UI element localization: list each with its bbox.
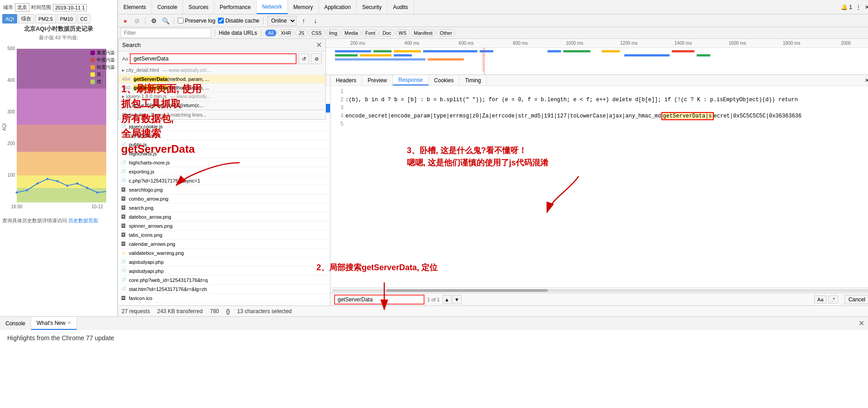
svg-rect-28	[335, 50, 371, 52]
filter-toolbar: Hide data URLs All XHR JS CSS Img Media …	[118, 27, 868, 39]
filter-xhr[interactable]: XHR	[278, 29, 294, 37]
resp-tab-cookies[interactable]: Cookies	[429, 75, 459, 85]
filter-font[interactable]: Font	[362, 29, 378, 37]
file-name-13: search.png	[129, 205, 328, 211]
bottom-link-anchor[interactable]: 历史数据页面	[68, 218, 98, 223]
search-clear-button[interactable]: ⊘	[311, 53, 322, 64]
file-combo[interactable]: 🖼 combo_arrow.png	[118, 194, 330, 203]
search-text-input[interactable]	[130, 53, 297, 64]
file-cookie[interactable]: 📄 jquery.cookie.js	[118, 122, 330, 131]
file-exporting[interactable]: 📄 exporting.js	[118, 167, 330, 176]
filter-icon[interactable]: ⚙	[149, 16, 158, 25]
bottom-whatsnew-close[interactable]: ✕	[67, 320, 71, 325]
tab-cc[interactable]: CC	[77, 14, 91, 23]
download-icon[interactable]: ↓	[311, 16, 320, 25]
tab-security[interactable]: Security	[357, 0, 387, 14]
disable-cache-input[interactable]	[218, 18, 224, 23]
file-aqistudy2[interactable]: 📄 aqistudyapi.php	[118, 267, 330, 276]
file-highcharts[interactable]: 📄 highcharts.js	[118, 149, 330, 158]
tab-sources[interactable]: Sources	[183, 0, 214, 14]
search-result-2a[interactable]: 4 ...ack.e.d){e=function(c){return(c...	[118, 101, 326, 110]
more-icon[interactable]: ⋮	[856, 4, 861, 10]
tab-console[interactable]: Console	[152, 0, 183, 14]
file-tabs[interactable]: 🖼 tabs_icons.png	[118, 230, 330, 239]
preserve-log-checkbox[interactable]: Preserve log	[178, 18, 215, 24]
file-datebox[interactable]: 🖼 datebox_arrow.png	[118, 212, 330, 221]
match-case-btn[interactable]: Aa	[814, 295, 826, 304]
search-result-1a[interactable]: 494 getServerData(method, param, ...	[118, 75, 326, 84]
resp-tab-timing[interactable]: Timing	[459, 75, 487, 85]
search-result-1b[interactable]: 560 getServerData(method, param, ...	[118, 84, 326, 92]
disable-cache-checkbox[interactable]: Disable cache	[218, 18, 259, 24]
svg-point-25	[96, 192, 99, 194]
resp-tab-preview[interactable]: Preview	[362, 75, 393, 85]
resp-tab-headers[interactable]: Headers	[330, 75, 362, 85]
file-favicon[interactable]: 🖼 favicon.ico	[118, 294, 330, 303]
tab-elements[interactable]: Elements	[118, 0, 152, 14]
response-close-btn[interactable]: ✕	[861, 75, 868, 85]
search-cancel-btn[interactable]: Cancel	[844, 295, 868, 304]
search-refresh-button[interactable]: ↺	[298, 53, 309, 64]
tab-audits[interactable]: Audits	[387, 0, 414, 14]
filter-css[interactable]: CSS	[308, 29, 325, 37]
tab-icons: 🔔 1 ⋮ ✕	[837, 0, 868, 14]
result-1a-match: getServerData	[133, 76, 167, 82]
scrollbar-thumb[interactable]	[386, 289, 548, 292]
upload-icon[interactable]: ↑	[299, 16, 308, 25]
tab-pm10[interactable]: PM10	[57, 14, 76, 23]
search-close-button[interactable]: ✕	[316, 41, 322, 49]
search-result-1[interactable]: ▸ city_detail.html — www.aqistudy.cn/...	[118, 66, 326, 75]
throttle-dropdown[interactable]: Online	[267, 16, 297, 26]
file-stat[interactable]: 📄 stat.htm?id=1254317176&r=&lg=zh	[118, 285, 330, 294]
response-scrollbar[interactable]	[330, 287, 868, 293]
search-result-2[interactable]: ▸ jquery-1.8.0.min.js — www.aqistudy...	[118, 92, 326, 101]
close-devtools-icon[interactable]: ✕	[865, 4, 868, 10]
bottom-tab-whatsnew[interactable]: What's New ✕	[31, 317, 77, 330]
file-search-png[interactable]: 🖼 search.png	[118, 203, 330, 212]
filter-doc[interactable]: Doc	[379, 29, 395, 37]
bottom-panel-close[interactable]: ✕	[855, 317, 868, 330]
response-search-input[interactable]	[334, 295, 425, 305]
file-calendar[interactable]: 🖼 calendar_arrows.png	[118, 239, 330, 249]
file-aqistudy1[interactable]: 📄 aqistudyapi.php	[118, 258, 330, 267]
tab-network[interactable]: Network	[257, 0, 288, 14]
filter-media[interactable]: Media	[341, 29, 361, 37]
filter-other[interactable]: Other	[437, 29, 456, 37]
search-prev-btn[interactable]: ▲	[443, 295, 452, 304]
regex-btn[interactable]: .*	[828, 295, 838, 304]
tab-memory[interactable]: Memory	[288, 0, 319, 14]
file-cphp[interactable]: 📄 c.php?id=1254317176&async=1	[118, 176, 330, 185]
search-icon[interactable]: 🔍	[161, 16, 170, 25]
main-container: 城市 北京 时间范围 2019-10-11 1 AQI 综合 PM2.5 PM1…	[0, 0, 868, 408]
bottom-tab-console[interactable]: Console	[0, 317, 31, 330]
filter-input[interactable]	[121, 28, 211, 38]
file-validatebox[interactable]: ⚠ validatebox_warning.png	[118, 249, 330, 258]
preserve-log-input[interactable]	[178, 18, 184, 23]
tab-performance[interactable]: Performance	[214, 0, 257, 14]
record-button[interactable]: ●	[121, 16, 130, 25]
search-next-btn[interactable]: ▼	[453, 295, 462, 304]
tab-comprehensive[interactable]: 综合	[18, 14, 34, 23]
filter-img[interactable]: Img	[326, 29, 340, 37]
file-searchlogo[interactable]: 🖼 searchlogo.png	[118, 185, 330, 194]
legend-excellent: 优	[90, 79, 115, 85]
chars-selected: 13 characters selected	[237, 308, 292, 314]
legend-heavy: 重度污染	[90, 50, 115, 56]
filter-ws[interactable]: WS	[396, 29, 410, 37]
resp-tab-response[interactable]: Response	[393, 75, 429, 85]
tab-elements-label: Elements	[123, 4, 146, 10]
file-highcharts-more[interactable]: 📄 highcharts-more.js	[118, 158, 330, 167]
file-core[interactable]: 📄 core.php?web_id=1254317176&t=q	[118, 276, 330, 285]
file-name-22: stat.htm?id=1254317176&r=&lg=zh	[129, 286, 328, 292]
filter-manifest[interactable]: Manifest	[410, 29, 436, 37]
file-name-8: highcharts-more.js	[129, 160, 328, 165]
filter-js[interactable]: JS	[295, 29, 307, 37]
file-public[interactable]: 📄 public.js	[118, 140, 330, 149]
tab-application[interactable]: Application	[319, 0, 357, 14]
file-spinner[interactable]: 🖼 spinner_arrows.png	[118, 221, 330, 230]
filter-all[interactable]: All	[265, 29, 277, 37]
file-cityselector[interactable]: 📄 citySelector.js	[118, 131, 330, 140]
stop-button[interactable]: ⊘	[132, 16, 142, 25]
tab-aqi[interactable]: AQI	[2, 14, 17, 23]
tab-pm25[interactable]: PM2.5	[35, 14, 56, 23]
